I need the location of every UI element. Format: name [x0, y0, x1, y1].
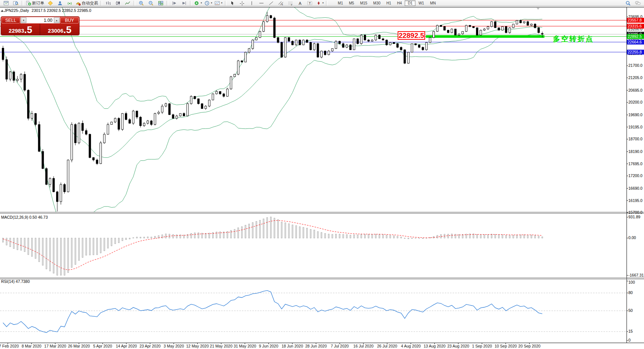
metaeditor-button[interactable]: [45, 0, 55, 6]
arrows-button[interactable]: ▾: [315, 0, 325, 6]
rsi-axis-label: 80: [628, 290, 633, 295]
x-axis-date-label: 7 Jul 2020: [331, 344, 349, 348]
y-axis-tick-label: 16195.0: [628, 198, 643, 203]
text-icon: A: [297, 1, 303, 6]
horizontal-line-button[interactable]: [257, 0, 266, 6]
new-order-label: 新订单: [32, 0, 44, 6]
x-axis-date-label: 4 Aug 2020: [401, 344, 421, 348]
periods-button[interactable]: ▾: [203, 0, 214, 6]
y-axis-tick-label: 16690.0: [628, 186, 643, 190]
y-axis-tick-label: 20200.0: [628, 100, 643, 104]
volume-increase-button[interactable]: ▲: [54, 17, 59, 23]
autotrading-label: 自动交易: [82, 0, 98, 6]
tab-timeframe-h1[interactable]: H1: [384, 0, 394, 6]
text-label-button[interactable]: T: [305, 0, 315, 6]
chart-canvas[interactable]: 23695.023200.022705.022195.021700.021205…: [0, 0, 644, 349]
new-chart-icon: [3, 1, 9, 6]
main-toolbar: 新订单自动交易▾▾▾EFAT▾M1M5M15M30H1H4D1W1MN: [0, 0, 644, 6]
tab-timeframe-m5[interactable]: M5: [346, 0, 357, 6]
toolbar-separator: [326, 1, 328, 6]
tab-timeframe-m15[interactable]: M15: [357, 0, 370, 6]
y-axis-tick-label: 17200.0: [628, 173, 643, 178]
tab-timeframe-mn[interactable]: MN: [427, 0, 439, 6]
x-axis-date-label: 9 Jun 2020: [259, 344, 278, 348]
y-axis-tick-label: 18700.0: [628, 137, 643, 141]
sell-price-button[interactable]: 22983.5: [1, 24, 40, 35]
bollinger-upper-band: [3, 0, 542, 108]
vertical-line-button[interactable]: [247, 0, 257, 6]
search-button[interactable]: [623, 0, 633, 6]
price-level-badge-label: 23557.8: [628, 18, 642, 22]
one-click-collapse-icon[interactable]: [1, 10, 4, 12]
tab-timeframe-h4[interactable]: H4: [394, 0, 405, 6]
chart-shift-icon: [172, 1, 177, 6]
rsi-pane: [0, 290, 627, 332]
tab-timeframe-d1[interactable]: D1: [405, 0, 415, 6]
chat-button[interactable]: [633, 0, 643, 6]
crosshair-button[interactable]: [237, 0, 247, 6]
volume-value[interactable]: 1.00: [26, 17, 54, 23]
tab-timeframe-m30[interactable]: M30: [370, 0, 383, 6]
x-axis-date-label: 21 May 2020: [210, 344, 233, 348]
x-axis-date-label: 14 Apr 2020: [116, 344, 137, 348]
turning-point-annotation[interactable]: 多空转折点: [553, 34, 594, 44]
tab-timeframe-w1[interactable]: W1: [415, 0, 427, 6]
svg-text:T: T: [309, 1, 311, 5]
x-axis-date-label: 18 Jun 2020: [282, 344, 303, 348]
sell-price-main: 22983: [9, 27, 24, 34]
chart-shift-marker: [537, 8, 540, 10]
main-price-pane: [0, 0, 627, 229]
buy-price-pip: .5: [64, 25, 72, 34]
x-axis-date-label: 31 May 2020: [234, 344, 256, 348]
text-button[interactable]: A: [295, 0, 305, 6]
horizontal-line-icon: [259, 1, 264, 6]
trendline-button[interactable]: [266, 0, 276, 6]
line-chart-button[interactable]: [123, 0, 132, 6]
price-level-badge-label: 22892.5: [628, 34, 642, 39]
chevron-down-icon: ▾: [201, 1, 202, 4]
y-axis-tick-label: 21205.0: [628, 75, 643, 80]
market-watch-button[interactable]: [11, 0, 20, 6]
new-chart-button[interactable]: [1, 0, 11, 6]
cursor-button[interactable]: [228, 0, 237, 6]
buy-price-button[interactable]: 23006.5: [40, 24, 79, 35]
equidistant-channel-button[interactable]: E: [276, 0, 286, 6]
volume-field[interactable]: ▼ 1.00 ▲: [20, 17, 60, 23]
terminal-button[interactable]: [55, 0, 65, 6]
bollinger-middle-band: [3, 27, 542, 158]
macd-indicator-label: MACD(12,26,9) 0.50 46.73: [1, 215, 48, 219]
rsi-axis-label: 50: [628, 308, 633, 313]
indicators-button[interactable]: ▾: [193, 0, 203, 6]
signals-button[interactable]: [65, 0, 74, 6]
mt4-window: 23695.023200.022705.022195.021700.021205…: [0, 0, 644, 349]
zoom-out-button[interactable]: [146, 0, 156, 6]
fibonacci-button[interactable]: F: [286, 0, 295, 6]
new-order-button[interactable]: 新订单: [25, 0, 45, 6]
rsi-indicator-label: RSI(14) 47.7380: [1, 279, 30, 284]
candlestick-chart-button[interactable]: [113, 0, 123, 6]
templates-icon: [214, 1, 220, 6]
x-axis-date-label: 12 May 2020: [186, 344, 209, 348]
x-axis-date-label: 3 May 2020: [164, 344, 184, 348]
templates-button[interactable]: ▾: [213, 0, 224, 6]
x-axis-date-label: 23 Aug 2020: [447, 344, 469, 348]
buy-button[interactable]: BUY: [60, 17, 79, 23]
bar-chart-button[interactable]: [103, 0, 113, 6]
price-level-badge-label: 23315.6: [628, 24, 642, 28]
svg-text:A: A: [299, 1, 302, 5]
x-axis-date-label: 10 Sep 2020: [495, 344, 517, 348]
tile-windows-button[interactable]: [156, 0, 165, 6]
auto-scroll-button[interactable]: [179, 0, 189, 6]
sell-button[interactable]: SELL: [1, 17, 20, 23]
chart-shift-button[interactable]: [169, 0, 179, 6]
tab-timeframe-m1[interactable]: M1: [335, 0, 346, 6]
volume-decrease-button[interactable]: ▼: [21, 17, 26, 23]
zoom-in-button[interactable]: [136, 0, 146, 6]
macd-axis-label: 931.89: [628, 215, 640, 219]
y-axis-tick-label: 17695.0: [628, 162, 643, 166]
macd-axis-label: -1667.31: [628, 273, 644, 277]
autotrading-button[interactable]: 自动交易: [74, 0, 99, 6]
candlestick-chart-icon: [115, 1, 121, 6]
price-tag-object[interactable]: 22892.5: [398, 31, 425, 40]
x-axis-date-label: 28 Jun 2020: [305, 344, 327, 348]
